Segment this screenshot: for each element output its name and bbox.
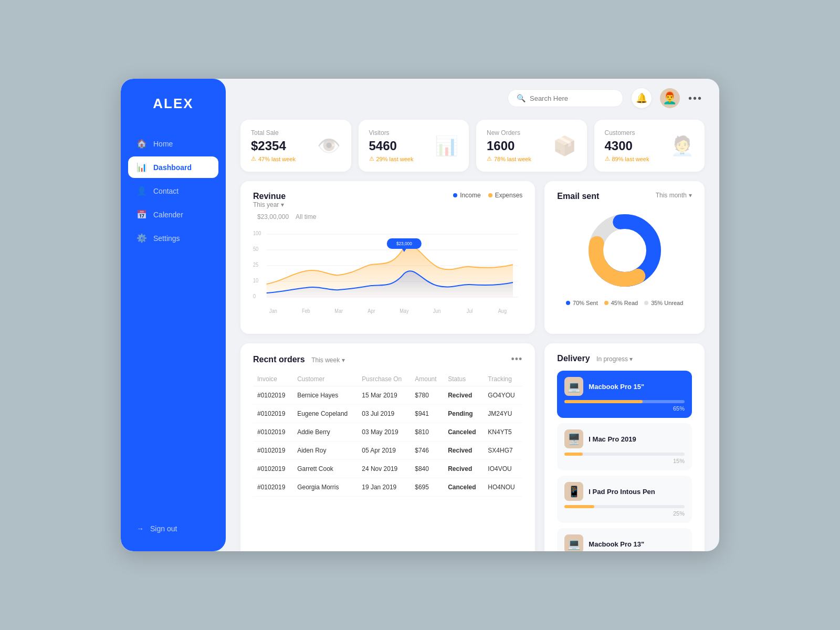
- col-customer: Customer: [293, 372, 358, 386]
- stat-value-3: 4300: [605, 139, 649, 153]
- delivery-item-2: 📱 I Pad Pro Intous Pen 25%: [557, 476, 692, 523]
- sidebar-item-settings[interactable]: ⚙️ Settings: [128, 227, 218, 249]
- cell-invoice: #0102019: [253, 423, 293, 442]
- cell-invoice: #0102019: [253, 386, 293, 405]
- table-row: #0102019 Georgia Morris 19 Jan 2019 $695…: [253, 478, 522, 497]
- cell-amount: $840: [411, 460, 444, 478]
- cell-date: 19 Jan 2019: [358, 478, 411, 497]
- svg-text:May: May: [400, 308, 408, 314]
- stat-change-3: ⚠ 89% last week: [605, 155, 649, 162]
- cell-tracking: IO4VOU: [484, 460, 522, 478]
- svg-text:Feb: Feb: [302, 308, 310, 314]
- orders-table-head: InvoiceCustomerPusrchase OnAmountStatusT…: [253, 372, 522, 386]
- svg-text:Jul: Jul: [467, 308, 473, 314]
- revenue-chart-svg: 100 50 25 10 0 Jan Feb Ma: [253, 229, 522, 323]
- cell-status: Recived: [444, 386, 484, 405]
- email-period[interactable]: This month ▾: [656, 192, 692, 199]
- cell-invoice: #0102019: [253, 460, 293, 478]
- nav-label-settings: Settings: [153, 234, 180, 243]
- cell-date: 03 Jul 2019: [358, 405, 411, 423]
- cell-customer: Eugene Copeland: [293, 405, 358, 423]
- delivery-name-0: Macbook Pro 15": [589, 383, 644, 391]
- svg-text:50: 50: [253, 246, 258, 252]
- col-amount: Amount: [411, 372, 444, 386]
- signout-icon: →: [136, 524, 144, 533]
- revenue-legend: Income Expenses: [453, 192, 522, 199]
- cell-invoice: #0102019: [253, 478, 293, 497]
- cell-status: Pending: [444, 405, 484, 423]
- main-content: 🔍 🔔 👨‍🦰 ••• Total Sale $2354 ⚠ 47% last …: [226, 79, 719, 551]
- orders-header-row: InvoiceCustomerPusrchase OnAmountStatusT…: [253, 372, 522, 386]
- legend-dot: [453, 193, 457, 197]
- signout-label: Sign out: [150, 524, 177, 533]
- donut-dot: [566, 301, 570, 305]
- delivery-item-top-0: 💻 Macbook Pro 15": [564, 377, 685, 396]
- search-icon: 🔍: [517, 94, 526, 102]
- stat-label-0: Total Sale: [251, 129, 296, 136]
- svg-text:Aug: Aug: [498, 308, 507, 314]
- delivery-img-0: 💻: [564, 377, 583, 396]
- delivery-period[interactable]: In progress ▾: [596, 355, 633, 363]
- stat-icon-1: 📊: [435, 135, 458, 157]
- donut-legend-35%unread: 35% Unread: [644, 300, 683, 306]
- delivery-img-2: 📱: [564, 482, 583, 501]
- cell-status: Recived: [444, 460, 484, 478]
- cell-customer: Bernice Hayes: [293, 386, 358, 405]
- page-content: Total Sale $2354 ⚠ 47% last week 👁️ Visi…: [226, 114, 719, 551]
- delivery-pct-2: 25%: [564, 510, 685, 517]
- stat-card-0: Total Sale $2354 ⚠ 47% last week 👁️: [240, 120, 351, 172]
- notification-icon: 🔔: [636, 92, 647, 104]
- legend-item-expenses: Expenses: [488, 192, 523, 199]
- contact-icon: 👤: [136, 186, 147, 196]
- svg-text:10: 10: [253, 278, 258, 284]
- app-logo: ALEX: [121, 96, 226, 112]
- cell-status: Recived: [444, 442, 484, 460]
- delivery-name-1: I Mac Pro 2019: [589, 435, 636, 443]
- cell-customer: Addie Berry: [293, 423, 358, 442]
- delivery-list: 💻 Macbook Pro 15" 65% 🖥️ I Mac Pro 2019 …: [557, 371, 692, 551]
- stat-label-2: New Orders: [487, 129, 531, 136]
- orders-period[interactable]: This week ▾: [311, 356, 344, 364]
- more-button[interactable]: •••: [688, 92, 702, 104]
- legend-item-income: Income: [453, 192, 480, 199]
- nav-list: 🏠 Home📊 Dashboard👤 Contact📅 Calender⚙️ S…: [121, 133, 226, 519]
- cell-status: Canceled: [444, 478, 484, 497]
- cell-customer: Garrett Cook: [293, 460, 358, 478]
- signout-item[interactable]: → Sign out: [121, 519, 226, 539]
- notification-button[interactable]: 🔔: [632, 88, 652, 108]
- search-input[interactable]: [530, 94, 614, 102]
- sidebar-item-calendar[interactable]: 📅 Calender: [128, 204, 218, 225]
- sidebar-item-dashboard[interactable]: 📊 Dashboard: [128, 156, 218, 178]
- orders-title: Recnt orders: [253, 355, 305, 364]
- delivery-pct-1: 15%: [564, 458, 685, 464]
- avatar[interactable]: 👨‍🦰: [660, 88, 680, 108]
- svg-text:Mar: Mar: [334, 308, 343, 314]
- stat-card-3: Customers 4300 ⚠ 89% last week 🧑‍💼: [594, 120, 705, 172]
- donut-dot: [644, 301, 648, 305]
- table-row: #0102019 Addie Berry 03 May 2019 $810 Ca…: [253, 423, 522, 442]
- email-chart-card: Email sent This month ▾: [544, 181, 705, 334]
- home-icon: 🏠: [136, 139, 147, 149]
- donut-label: 70% Sent: [573, 300, 598, 306]
- svg-text:0: 0: [253, 293, 256, 299]
- search-bar[interactable]: 🔍: [508, 89, 623, 107]
- header: 🔍 🔔 👨‍🦰 •••: [226, 79, 719, 114]
- sidebar-item-contact[interactable]: 👤 Contact: [128, 180, 218, 202]
- warning-icon: ⚠: [251, 155, 256, 162]
- table-row: #0102019 Eugene Copeland 03 Jul 2019 $94…: [253, 405, 522, 423]
- cell-tracking: KN4YT5: [484, 423, 522, 442]
- orders-more-button[interactable]: •••: [511, 354, 522, 365]
- delivery-item-1: 🖥️ I Mac Pro 2019 15%: [557, 423, 692, 470]
- sidebar-item-home[interactable]: 🏠 Home: [128, 133, 218, 154]
- sidebar: ALEX 🏠 Home📊 Dashboard👤 Contact📅 Calende…: [121, 79, 226, 551]
- stat-change-2: ⚠ 78% last week: [487, 155, 531, 162]
- legend-label: Income: [460, 192, 480, 199]
- revenue-period[interactable]: This year ▾: [253, 201, 286, 208]
- stat-icon-0: 👁️: [317, 135, 341, 157]
- orders-table-body: #0102019 Bernice Hayes 15 Mar 2019 $780 …: [253, 386, 522, 497]
- stat-change-1: ⚠ 29% last week: [369, 155, 414, 162]
- warning-icon: ⚠: [369, 155, 374, 162]
- delivery-img-1: 🖥️: [564, 429, 583, 448]
- delivery-item-0: 💻 Macbook Pro 15" 65%: [557, 371, 692, 418]
- revenue-subtitle: $23,00,000 All time: [253, 211, 522, 222]
